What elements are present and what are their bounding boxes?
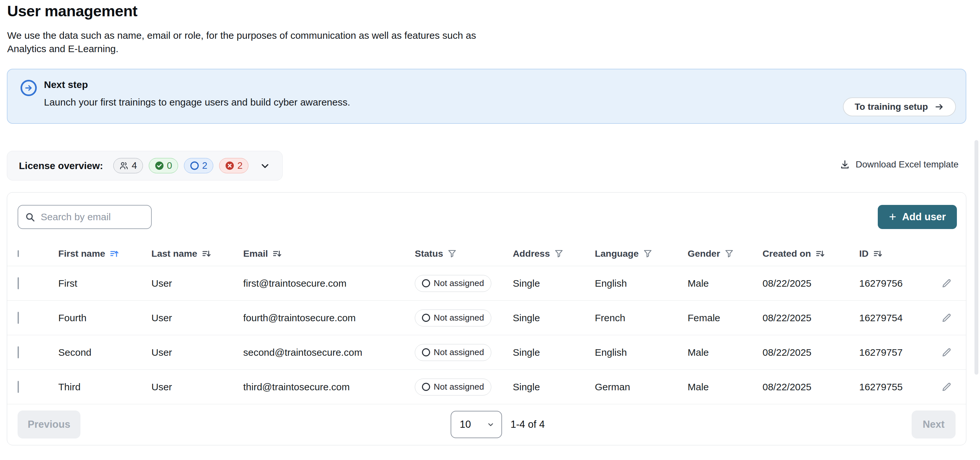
column-header-email[interactable]: Email xyxy=(232,248,403,259)
license-badge-failed: 2 xyxy=(219,158,248,173)
circle-outline-icon xyxy=(422,383,430,391)
sort-descending-icon xyxy=(202,249,211,259)
table-row: Second User second@traintosecure.com Not… xyxy=(7,335,966,370)
sort-descending-icon xyxy=(873,249,883,259)
circle-outline-icon xyxy=(190,161,199,170)
add-user-button[interactable]: + Add user xyxy=(878,205,957,229)
license-badge-failed-count: 2 xyxy=(237,160,243,171)
license-badge-in-progress: 2 xyxy=(184,158,213,173)
page-subtitle-line2: Analytics and E-Learning. xyxy=(7,42,476,55)
filter-icon xyxy=(447,249,457,258)
license-badge-completed-count: 0 xyxy=(167,160,172,171)
users-table-card: + Add user First name Last name Email xyxy=(7,192,966,446)
add-user-label: Add user xyxy=(902,211,946,223)
cell-last-name: User xyxy=(140,278,232,289)
pencil-icon xyxy=(941,312,952,324)
column-header-last-name[interactable]: Last name xyxy=(140,248,232,259)
license-badge-completed: 0 xyxy=(149,158,178,173)
chevron-down-icon xyxy=(487,420,495,429)
check-circle-icon xyxy=(155,161,164,170)
cell-address: Single xyxy=(501,278,584,289)
edit-user-button[interactable] xyxy=(939,276,954,291)
table-row: Fourth User fourth@traintosecure.com Not… xyxy=(7,301,966,335)
filter-icon xyxy=(643,249,652,258)
page-subtitle-line1: We use the data such as name, email or r… xyxy=(7,29,476,42)
sort-descending-icon xyxy=(815,249,825,259)
cell-address: Single xyxy=(501,347,584,358)
circle-outline-icon xyxy=(422,279,430,288)
user-management-page: User management We use the data such as … xyxy=(0,0,980,460)
row-checkbox[interactable] xyxy=(18,346,19,358)
plus-icon: + xyxy=(889,211,896,223)
previous-page-button[interactable]: Previous xyxy=(18,410,80,439)
next-step-description: Launch your first trainings to engage us… xyxy=(44,97,350,108)
cell-email: first@traintosecure.com xyxy=(232,278,403,289)
cell-last-name: User xyxy=(140,347,232,358)
status-badge: Not assigned xyxy=(415,310,491,326)
page-size-select[interactable]: 10 xyxy=(450,411,502,438)
column-header-created-on[interactable]: Created on xyxy=(751,248,848,259)
pencil-icon xyxy=(941,382,952,393)
cell-id: 16279754 xyxy=(848,312,927,324)
cell-gender: Male xyxy=(676,347,751,358)
license-overview-label: License overview: xyxy=(19,160,103,171)
edit-user-button[interactable] xyxy=(939,345,954,360)
cell-first-name: First xyxy=(47,278,140,289)
page-scrollbar[interactable] xyxy=(974,140,978,375)
filter-icon xyxy=(554,249,563,258)
search-box xyxy=(18,205,152,229)
pencil-icon xyxy=(941,347,952,358)
cell-id: 16279755 xyxy=(848,382,927,393)
license-badge-total: 4 xyxy=(113,158,143,173)
cell-created-on: 08/22/2025 xyxy=(751,278,848,289)
cell-address: Single xyxy=(501,312,584,324)
next-page-button[interactable]: Next xyxy=(912,410,956,439)
column-header-id[interactable]: ID xyxy=(848,248,927,259)
edit-user-button[interactable] xyxy=(939,380,954,395)
cell-created-on: 08/22/2025 xyxy=(751,347,848,358)
cell-id: 16279756 xyxy=(848,278,927,289)
download-excel-template-button[interactable]: Download Excel template xyxy=(840,159,959,170)
row-checkbox[interactable] xyxy=(18,381,19,393)
edit-user-button[interactable] xyxy=(939,310,954,326)
cell-language: German xyxy=(584,382,676,393)
column-header-first-name[interactable]: First name xyxy=(47,248,140,259)
column-header-language[interactable]: Language xyxy=(584,248,676,259)
license-badge-total-count: 4 xyxy=(132,160,137,171)
download-icon xyxy=(840,159,850,170)
users-icon xyxy=(119,161,129,170)
cell-email: fourth@traintosecure.com xyxy=(232,312,403,324)
column-header-gender[interactable]: Gender xyxy=(676,248,751,259)
circle-outline-icon xyxy=(422,314,430,322)
table-row: Third User third@traintosecure.com Not a… xyxy=(7,370,966,404)
row-checkbox[interactable] xyxy=(18,312,19,324)
cell-first-name: Fourth xyxy=(47,312,140,324)
cell-last-name: User xyxy=(140,312,232,324)
sort-ascending-icon xyxy=(110,249,119,259)
next-step-title: Next step xyxy=(44,79,88,90)
cell-email: second@traintosecure.com xyxy=(232,347,403,358)
license-expand-button[interactable] xyxy=(259,160,270,171)
select-all-checkbox[interactable] xyxy=(18,250,19,257)
filter-icon xyxy=(724,249,734,258)
status-badge: Not assigned xyxy=(415,344,491,361)
cell-created-on: 08/22/2025 xyxy=(751,312,848,324)
cell-gender: Female xyxy=(676,312,751,324)
row-checkbox[interactable] xyxy=(18,277,19,289)
arrow-right-icon xyxy=(934,102,944,112)
column-header-address[interactable]: Address xyxy=(501,248,584,259)
page-title: User management xyxy=(7,2,476,20)
cell-id: 16279757 xyxy=(848,347,927,358)
pagination-range-text: 1-4 of 4 xyxy=(511,418,545,430)
pencil-icon xyxy=(941,278,952,289)
to-training-setup-button[interactable]: To training setup xyxy=(843,97,956,116)
cell-address: Single xyxy=(501,382,584,393)
license-badge-in-progress-count: 2 xyxy=(202,160,207,171)
pagination-bar: Previous 10 1-4 of 4 Next xyxy=(7,404,966,445)
search-input[interactable] xyxy=(41,211,145,222)
chevron-down-icon xyxy=(259,160,270,171)
cell-last-name: User xyxy=(140,382,232,393)
column-header-status[interactable]: Status xyxy=(403,248,501,259)
search-icon xyxy=(25,212,35,222)
sort-descending-icon xyxy=(272,249,282,259)
